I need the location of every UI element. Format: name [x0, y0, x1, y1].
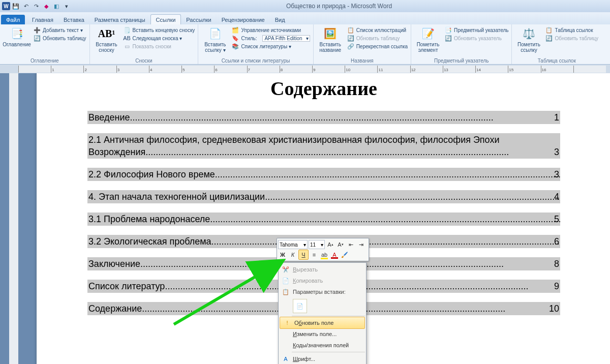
group-label: Названия [317, 58, 408, 64]
app-icon: W [2, 2, 10, 10]
lbl: Следующая сноска ▾ [133, 36, 182, 41]
bold-button[interactable]: Ж [278, 250, 287, 259]
menu-copy[interactable]: 📄Копировать [279, 275, 366, 286]
toc-entry[interactable]: 3.1 Проблема народонаселе...............… [87, 213, 560, 226]
style-combo[interactable]: 🔖Стиль: APA Fifth Edition▾ [232, 35, 310, 42]
tab-references[interactable]: Ссылки [150, 14, 181, 24]
toc-entry[interactable]: 2.2 Философия Нового време..............… [87, 168, 560, 181]
toc-page: 9 [554, 280, 559, 292]
menu-font[interactable]: AШрифт... [279, 353, 366, 364]
toc-text: Заключение... [88, 259, 148, 269]
horizontal-ruler[interactable]: 12345678910111213141516 [18, 66, 606, 73]
val: 11 [310, 242, 316, 248]
insert-index-button[interactable]: 📑Предметный указатель [445, 26, 508, 34]
insert-endnote-button[interactable]: 🗒️Вставить концевую сноску [124, 26, 195, 34]
menu-edit-field[interactable]: Изменить поле... [279, 328, 366, 340]
redo-icon[interactable]: ↷ [33, 3, 40, 10]
tab-insert[interactable]: Вставка [58, 15, 89, 24]
size-combo[interactable]: 11▾ [309, 240, 325, 249]
italic-button[interactable]: К [288, 250, 297, 259]
decrease-indent-icon[interactable]: ⇤ [346, 240, 355, 249]
group-index: 📝Пометить элемент 📑Предметный указатель … [411, 24, 512, 64]
align-center-icon[interactable]: ≡ [310, 250, 319, 259]
update-table-button[interactable]: 🔄Обновить таблицу [34, 35, 86, 42]
workspace: Содержание Введение.....................… [0, 73, 610, 364]
underline-button[interactable]: Ч [298, 250, 309, 260]
toc-page: 3 [554, 168, 559, 180]
manage-sources-button[interactable]: 🗂️Управление источниками [232, 26, 310, 34]
add-text-button[interactable]: ➕Добавить текст ▾ [34, 26, 86, 34]
val: Tahoma [280, 242, 298, 248]
increase-indent-icon[interactable]: ⇥ [356, 240, 365, 249]
lbl: Обновить таблицу [555, 36, 598, 41]
table-of-figures-button[interactable]: 📋Список иллюстраций [347, 26, 408, 34]
group-label: Оглавление [3, 58, 86, 64]
update-index-button[interactable]: 🔄Обновить указатель [445, 35, 508, 42]
tab-home[interactable]: Главная [27, 15, 58, 24]
insert-footnote-button[interactable]: AB¹Вставить сноску [93, 25, 120, 53]
lbl: Управление источниками [241, 27, 301, 33]
tab-pagelayout[interactable]: Разметка страницы [89, 15, 150, 24]
toc-entry[interactable]: Введение................................… [87, 111, 560, 124]
tab-file[interactable]: Файл [1, 15, 25, 24]
save-icon[interactable]: 💾 [12, 3, 19, 10]
format-painter-icon[interactable]: 🖌️ [340, 250, 349, 259]
toc-button[interactable]: 📑Оглавление [3, 25, 30, 47]
window-title: Общество и природа - Microsoft Word [70, 3, 608, 10]
bibliography-button[interactable]: 📚Список литературы ▾ [232, 43, 310, 50]
tab-view[interactable]: Вид [270, 15, 290, 24]
font-icon: A [282, 355, 290, 363]
refresh-icon: 🔄 [347, 35, 354, 42]
paste-keep-formatting[interactable]: 📄 [293, 299, 307, 313]
undo-icon[interactable]: ↶ [22, 3, 29, 10]
lbl: Параметры вставки: [293, 289, 346, 295]
qat-icon[interactable]: ◆ [43, 3, 50, 10]
lbl: Вставить ссылку ▾ [204, 42, 226, 53]
toc-entry[interactable]: 2.1 Античная философия, средневековая хр… [87, 133, 560, 159]
chevron-down-icon: ▾ [321, 242, 323, 248]
update-table-button[interactable]: 🔄Обновить таблицу [347, 35, 408, 42]
toc-text: Введение... [88, 112, 138, 123]
lbl: Пометить ссылку [517, 42, 540, 53]
crossref-icon: 🔗 [347, 43, 354, 50]
menu-update-field[interactable]: !Обновить поле [280, 317, 365, 329]
qat-dropdown-icon[interactable]: ▾ [63, 3, 70, 10]
cross-reference-button[interactable]: 🔗Перекрестная ссылка [347, 43, 408, 50]
toc-page: 6 [554, 235, 559, 248]
grow-font-icon[interactable]: A▴ [326, 240, 335, 249]
tab-mailings[interactable]: Рассылки [181, 15, 216, 24]
toc-text: 3.2 Экологическая проблема.... [88, 236, 222, 247]
menu-cut[interactable]: ✂️Вырезать [279, 264, 366, 275]
document-heading: Содержание [87, 77, 560, 100]
toc-label: Оглавление [3, 42, 31, 47]
toc-text: 2.2 Философия Нового време... [88, 169, 223, 179]
authorities-table-button[interactable]: 📋Таблица ссылок [545, 26, 598, 34]
shrink-font-icon[interactable]: A▾ [336, 240, 345, 249]
font-color-icon[interactable]: A [330, 250, 339, 259]
menu-field-codes[interactable]: Коды/значения полей [279, 340, 366, 351]
qat-icon[interactable]: ◧ [53, 3, 60, 10]
toc-text: 4. Этап начала техногенной цивилизации..… [88, 192, 272, 202]
tab-review[interactable]: Рецензирование [217, 15, 270, 24]
vertical-ruler[interactable] [9, 73, 18, 364]
style-value[interactable]: APA Fifth Edition▾ [262, 35, 310, 42]
toc-entry[interactable]: 4. Этап начала техногенной цивилизации..… [87, 190, 560, 203]
lbl: Добавить текст ▾ [43, 27, 83, 33]
style-icon: 🔖 [232, 35, 239, 42]
context-menu: ✂️Вырезать 📄Копировать 📋Параметры вставк… [278, 262, 367, 364]
mark-citation-button[interactable]: ⚖️Пометить ссылку [515, 25, 542, 53]
font-combo[interactable]: Tahoma▾ [278, 240, 308, 249]
next-footnote-button[interactable]: ABСледующая сноска ▾ [124, 35, 195, 42]
lbl: Показать сноски [133, 44, 171, 49]
group-footnotes: AB¹Вставить сноску 🗒️Вставить концевую с… [90, 24, 199, 64]
lbl: Вставить концевую сноску [133, 27, 195, 33]
mark-entry-button[interactable]: 📝Пометить элемент [414, 25, 442, 53]
show-footnotes-button[interactable]: ▭Показать сноски [124, 43, 195, 50]
refresh-icon: 🔄 [445, 35, 452, 42]
insert-caption-button[interactable]: 🖼️Вставить название [317, 25, 344, 53]
highlight-icon[interactable]: ab [320, 250, 329, 259]
group-citations: 📄Вставить ссылку ▾ 🗂️Управление источник… [198, 24, 313, 64]
insert-citation-button[interactable]: 📄Вставить ссылку ▾ [201, 25, 229, 53]
update-authorities-button[interactable]: 🔄Обновить таблицу [545, 35, 598, 42]
endnote-icon: 🗒️ [124, 26, 131, 34]
